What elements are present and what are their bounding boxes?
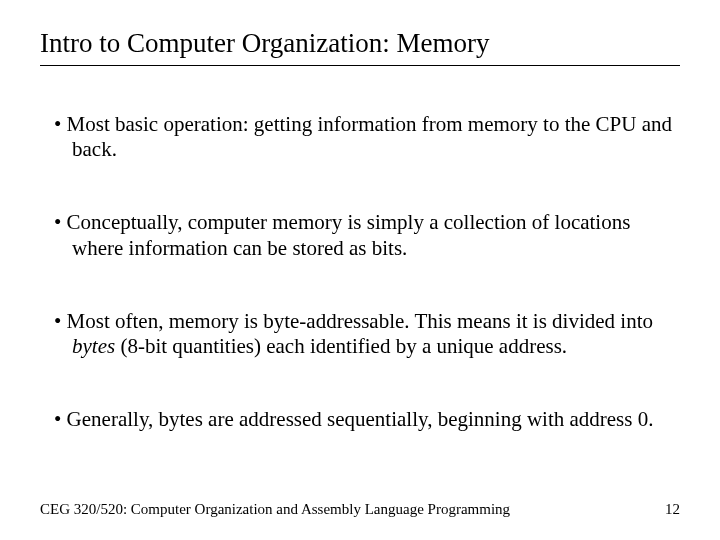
bullet-text-pre: Most often, memory is byte-addressable. …	[67, 309, 653, 333]
bullet-item: Most basic operation: getting informatio…	[54, 112, 680, 162]
bullet-text-post: (8-bit quantities) each identified by a …	[115, 334, 567, 358]
title-underline	[40, 65, 680, 66]
bullet-text-italic: bytes	[72, 334, 115, 358]
bullet-item: Conceptually, computer memory is simply …	[54, 210, 680, 260]
slide-title: Intro to Computer Organization: Memory	[40, 28, 680, 59]
footer-course: CEG 320/520: Computer Organization and A…	[40, 501, 510, 518]
slide: Intro to Computer Organization: Memory M…	[0, 0, 720, 540]
slide-footer: CEG 320/520: Computer Organization and A…	[40, 501, 680, 518]
bullet-item: Generally, bytes are addressed sequentia…	[54, 407, 680, 432]
footer-page-number: 12	[665, 501, 680, 518]
bullet-item: Most often, memory is byte-addressable. …	[54, 309, 680, 359]
bullet-list: Most basic operation: getting informatio…	[40, 112, 680, 432]
